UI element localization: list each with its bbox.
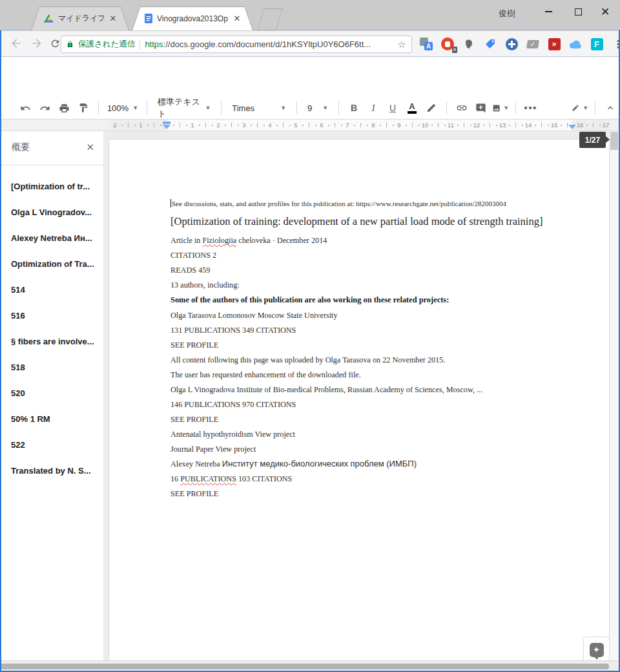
window-border [0, 30, 1, 672]
left-indent-marker[interactable] [163, 125, 170, 129]
doc-line-6: Some of the authors of this publication … [170, 296, 564, 304]
doc-line-17: Alexey Netreba Институт медико-биологиче… [170, 460, 564, 468]
docs-header: Vinogradova2013OptimizationofTraining.pd… [0, 57, 620, 97]
doc-line-5: 13 authors, including: [170, 281, 564, 289]
window-close-button[interactable]: ✕ [594, 4, 616, 19]
outline-item-0[interactable]: [Optimization of tr... [0, 173, 103, 199]
extensions-row: A 4 ✓ » [418, 34, 620, 54]
doc-line-12: Olga L Vinogradova Institute of Bio-medi… [170, 386, 564, 394]
underline-button[interactable]: U [384, 100, 401, 116]
url-text: https://docs.google.com/document/d/1hKSY… [145, 39, 371, 49]
checker-extension-icon[interactable]: ✓ [525, 36, 541, 52]
doc-line-14: SEE PROFILE [170, 415, 564, 424]
text-color-button[interactable]: A [404, 100, 420, 116]
doc-line-0: See discussions, stats, and author profi… [170, 199, 564, 207]
evernote-extension-icon[interactable] [461, 36, 477, 52]
page-indicator-badge: 1/27 [579, 132, 606, 148]
doc-line-3: CITATIONS 2 [170, 251, 564, 260]
forward-button[interactable] [28, 35, 45, 52]
paint-format-button[interactable] [75, 100, 92, 116]
doc-line-18: 16 PUBLICATIONS 103 CITATIONS [170, 475, 564, 483]
bold-button[interactable]: B [346, 100, 362, 116]
bookmark-star-icon[interactable]: ☆ [398, 39, 406, 50]
tab-close-icon[interactable]: ✕ [232, 14, 242, 23]
vertical-scrollbar[interactable] [610, 131, 619, 660]
doc-line-8: 131 PUBLICATIONS 349 CITATIONS [170, 326, 564, 335]
fastforward-extension-icon[interactable]: » [546, 36, 562, 52]
outline-item-6[interactable]: § fibers are involve... [0, 328, 103, 354]
tab-close-icon[interactable]: ✕ [108, 14, 118, 23]
tag-extension-icon[interactable] [482, 36, 498, 52]
tab-docs-active[interactable]: Vinogradova2013Optimiz ✕ [132, 6, 253, 30]
outline-item-3[interactable]: Optimization of Tra... [0, 251, 103, 277]
doc-line-9: SEE PROFILE [170, 341, 564, 350]
right-indent-marker[interactable] [568, 125, 576, 129]
titlebar: マイドライブ - Google ドライブ ✕ Vinogradova2013Op… [0, 0, 620, 30]
browser-window: マイドライブ - Google ドライブ ✕ Vinogradova2013Op… [0, 0, 620, 672]
cross-circle-extension-icon[interactable] [504, 36, 519, 52]
editing-mode-button[interactable]: ▼ [572, 100, 588, 116]
undo-button[interactable] [17, 100, 34, 116]
outline-item-1[interactable]: Olga L Vinogradov... [0, 199, 103, 225]
zoom-select[interactable]: 100%▼ [105, 100, 140, 116]
collapse-toolbar-button[interactable] [602, 100, 619, 116]
ruler: 211234567891011121314151617 [0, 120, 620, 131]
translate-extension-icon[interactable]: A [418, 36, 434, 52]
security-chip-label: 保護された通信 [78, 39, 135, 50]
document-page[interactable]: See discussions, stats, and author profi… [108, 139, 610, 660]
italic-button[interactable]: I [365, 100, 382, 116]
paragraph-style-select[interactable]: 標準テキスト▼ [154, 100, 214, 116]
docs-toolbar: 100%▼ 標準テキスト▼ Times▼ 9▼ B I U A ▼ ••• [0, 97, 620, 120]
font-select[interactable]: Times▼ [228, 100, 290, 116]
docs-favicon-icon [145, 14, 152, 23]
outline-item-9[interactable]: 50% 1 RM [0, 406, 103, 432]
window-maximize-button[interactable] [567, 4, 589, 19]
address-bar[interactable]: 保護された通信 https://docs.google.com/document… [61, 36, 412, 53]
explore-star-icon: ✦ [590, 643, 604, 657]
cloud-extension-icon[interactable] [568, 36, 583, 52]
insert-image-button[interactable]: ▼ [492, 100, 509, 116]
font-size-select[interactable]: 9▼ [304, 100, 332, 116]
tab-title: マイドライブ - Google ドライブ [58, 13, 104, 24]
doc-line-10: All content following this page was uplo… [170, 356, 564, 364]
insert-comment-button[interactable] [473, 100, 490, 116]
outline-item-5[interactable]: 516 [0, 302, 103, 328]
outline-item-2[interactable]: Alexey Netreba Ин... [0, 225, 103, 251]
f-extension-icon[interactable]: F [589, 36, 604, 52]
insert-link-button[interactable] [453, 100, 470, 116]
outline-close-icon[interactable]: ✕ [86, 142, 94, 153]
tab-google-drive[interactable]: マイドライブ - Google ドライブ ✕ [31, 6, 129, 30]
chrome-profile-name[interactable]: 俊樹 [499, 8, 515, 19]
more-tools-button[interactable]: ••• [522, 100, 539, 116]
redo-button[interactable] [36, 100, 53, 116]
doc-line-19: SEE PROFILE [170, 490, 564, 498]
tab-title: Vinogradova2013Optimiz [157, 14, 228, 23]
horizontal-scrollbar-thumb[interactable] [1, 664, 609, 669]
secure-lock-icon [67, 40, 74, 48]
window-minimize-button[interactable] [537, 4, 559, 19]
adblock-extension-icon[interactable]: 4 [440, 36, 455, 52]
outline-item-7[interactable]: 518 [0, 354, 103, 380]
doc-line-7: Olga Tarasova Lomonosov Moscow State Uni… [170, 311, 564, 320]
doc-line-15: Antenatal hypothyroidism View project [170, 430, 564, 439]
outline-sidebar: 概要 ✕ [Optimization of tr...Olga L Vinogr… [0, 131, 103, 660]
new-tab-button[interactable] [257, 8, 283, 30]
doc-line-11: The user has requested enhancement of th… [170, 371, 564, 379]
highlight-color-button[interactable] [423, 100, 440, 116]
doc-line-1: [Optimization of training: development o… [170, 215, 564, 228]
explore-button[interactable]: ✦ [583, 636, 610, 663]
back-button[interactable] [8, 35, 25, 52]
outline-item-8[interactable]: 520 [0, 380, 103, 406]
outline-item-10[interactable]: 522 [0, 432, 103, 457]
drive-favicon-icon [44, 14, 54, 23]
outline-item-11[interactable]: Translated by N. S... [0, 457, 103, 483]
outline-items: [Optimization of tr...Olga L Vinogradov.… [0, 173, 103, 483]
vertical-scrollbar-thumb[interactable] [610, 132, 618, 150]
outline-item-4[interactable]: 514 [0, 277, 103, 302]
print-button[interactable] [56, 100, 72, 116]
text-cursor [170, 199, 171, 207]
doc-line-13: 146 PUBLICATIONS 970 CITATIONS [170, 401, 564, 409]
horizontal-scrollbar[interactable] [0, 660, 620, 671]
first-line-indent-marker[interactable] [163, 121, 170, 124]
adblock-badge: 4 [452, 47, 457, 53]
